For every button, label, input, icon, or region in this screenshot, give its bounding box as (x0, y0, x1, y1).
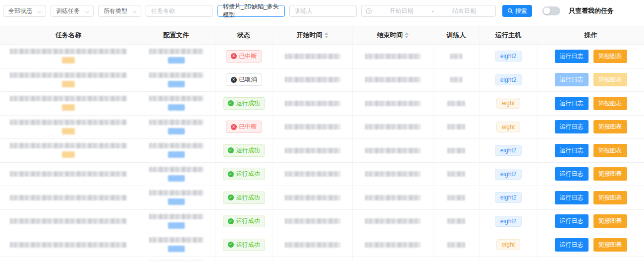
table-row: ✓ 运行成功 eight2 运行日志 简报图表 (0, 163, 644, 187)
status-filter-select[interactable]: 全部状态 (3, 5, 46, 17)
task-name-cell (0, 163, 137, 186)
column-header-trainer: 训练人 (433, 26, 480, 44)
trainer-redacted (447, 195, 465, 200)
chart-button[interactable]: 简报图表 (593, 191, 627, 204)
my-tasks-toggle[interactable] (542, 6, 560, 15)
start-date-field[interactable]: 开始日期 (374, 7, 429, 15)
host-cell: eight2 (480, 139, 537, 162)
host-cell: eight (480, 92, 537, 115)
task-tag-redacted (62, 128, 75, 134)
config-link-redacted[interactable] (168, 222, 185, 229)
column-header-status: 状态 (215, 26, 272, 44)
status-icon: ✕ (231, 77, 237, 83)
model-search-input[interactable]: 转接片_2D缺陷_多头模型 (217, 5, 285, 17)
task-name-cell (0, 257, 137, 261)
toggle-knob (543, 7, 550, 14)
actions-cell: 运行日志 简报图表 (537, 210, 644, 233)
status-icon: ✓ (228, 195, 234, 200)
config-link-redacted[interactable] (168, 175, 185, 182)
config-link-redacted[interactable] (168, 57, 185, 64)
task-table: 任务名称 配置文件 状态 开始时间 结束时间 训练人 运行主机 (0, 26, 644, 261)
task-name-redacted (10, 195, 127, 200)
end-date-field[interactable]: 结束日期 (437, 7, 492, 15)
column-header-start-time[interactable]: 开始时间 (272, 26, 353, 44)
config-link-redacted[interactable] (168, 128, 185, 134)
log-button[interactable]: 运行日志 (555, 167, 589, 181)
trainer-input[interactable]: 训练人 (289, 5, 357, 17)
log-button[interactable]: 运行日志 (555, 144, 589, 157)
actions-cell: 运行日志 简报图表 (537, 233, 644, 257)
chart-button[interactable]: 简报图表 (593, 50, 627, 63)
chart-button[interactable]: 简报图表 (593, 97, 627, 110)
host-badge: eight2 (495, 192, 522, 203)
start-time-redacted (285, 148, 340, 153)
log-button[interactable]: 运行日志 (555, 97, 589, 110)
chart-button[interactable]: 简报图表 (593, 167, 627, 181)
category-filter-select[interactable]: 所有类型 (98, 5, 141, 17)
chart-button[interactable]: 简报图表 (593, 73, 627, 86)
config-link-redacted[interactable] (168, 81, 185, 87)
task-name-cell (0, 116, 137, 139)
status-badge: ✕ 已取消 (226, 73, 262, 86)
trainer-redacted (450, 54, 462, 59)
task-name-redacted (10, 49, 127, 54)
status-label: 已取消 (239, 75, 257, 84)
task-name-placeholder: 任务名称 (151, 7, 175, 15)
status-badge: ✓ 运行成功 (223, 144, 265, 157)
status-label: 运行成功 (236, 241, 260, 249)
chevron-down-icon (85, 9, 89, 13)
host-cell: eight2 (480, 257, 537, 261)
sort-icon[interactable] (405, 32, 409, 38)
column-header-end-time[interactable]: 结束时间 (353, 26, 433, 44)
config-link-redacted[interactable] (168, 151, 185, 158)
column-header-label: 运行主机 (495, 31, 521, 40)
status-cell: ✓ 运行成功 (215, 257, 272, 261)
config-link-redacted[interactable] (168, 104, 185, 111)
start-time-redacted (285, 195, 340, 200)
host-cell: eight2 (480, 163, 537, 186)
host-badge: eight (496, 122, 520, 132)
chart-button[interactable]: 简报图表 (593, 214, 627, 228)
status-cell: ✓ 运行成功 (215, 139, 272, 162)
end-time-cell (353, 116, 433, 139)
status-filter-value: 全部状态 (8, 7, 32, 15)
table-row: ✓ 运行成功 eight 运行日志 简报图表 (0, 233, 644, 257)
sort-icon[interactable] (324, 32, 328, 38)
chart-button[interactable]: 简报图表 (593, 238, 627, 252)
task-name-redacted (10, 143, 127, 148)
config-file-redacted (149, 72, 204, 78)
task-type-filter-select[interactable]: 训练任务 (51, 5, 94, 17)
column-header-actions: 操作 (537, 26, 644, 44)
start-time-cell (272, 210, 353, 233)
trainer-redacted (447, 242, 465, 248)
status-label: 运行成功 (236, 194, 260, 202)
log-button[interactable]: 运行日志 (555, 120, 589, 133)
column-header-label: 结束时间 (377, 31, 403, 40)
status-label: 运行成功 (236, 146, 260, 155)
trainer-cell (433, 116, 480, 139)
log-button[interactable]: 运行日志 (555, 73, 589, 86)
log-button[interactable]: 运行日志 (555, 191, 589, 204)
task-name-redacted (10, 72, 127, 78)
search-button[interactable]: 搜索 (502, 5, 532, 17)
column-header-config-file: 配置文件 (137, 26, 215, 44)
log-button[interactable]: 运行日志 (555, 238, 589, 252)
start-time-cell (272, 163, 353, 186)
end-time-cell (353, 210, 433, 233)
config-file-redacted (149, 49, 204, 54)
date-range-picker[interactable]: 开始日期 - 结束日期 (361, 5, 496, 17)
end-time-cell (353, 186, 433, 209)
log-button[interactable]: 运行日志 (555, 50, 589, 63)
config-link-redacted[interactable] (168, 246, 185, 252)
task-name-cell (0, 68, 137, 92)
chart-button[interactable]: 简报图表 (593, 120, 627, 133)
table-row: ✕ 已中断 eight 运行日志 简报图表 (0, 116, 644, 139)
task-name-input[interactable]: 任务名称 (146, 5, 213, 17)
status-cell: ✕ 已取消 (215, 68, 272, 92)
start-time-cell (272, 233, 353, 257)
table-row: ✓ 运行成功 eight2 运行日志 简报图表 (0, 210, 644, 234)
chart-button[interactable]: 简报图表 (593, 144, 627, 157)
status-badge: ✓ 运行成功 (223, 239, 265, 251)
log-button[interactable]: 运行日志 (555, 214, 589, 228)
config-link-redacted[interactable] (168, 198, 185, 205)
